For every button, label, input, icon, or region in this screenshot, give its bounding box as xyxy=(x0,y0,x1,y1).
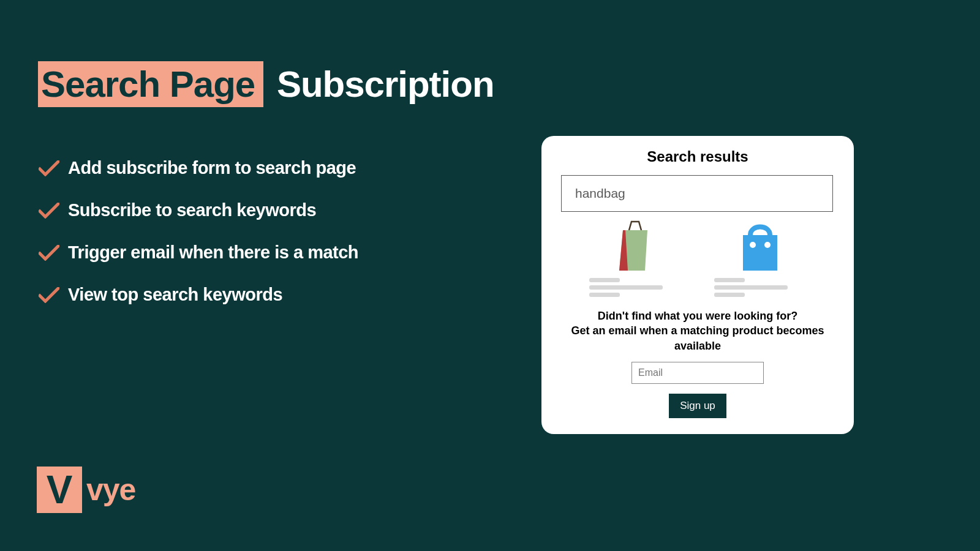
svg-point-1 xyxy=(750,242,756,248)
heading-highlight: Search Page xyxy=(38,61,263,107)
product-skeleton xyxy=(714,278,806,300)
email-input[interactable] xyxy=(631,362,764,384)
feature-text: View top search keywords xyxy=(68,285,282,305)
feature-text: Subscribe to search keywords xyxy=(68,200,316,220)
brand-logo: V vye xyxy=(37,467,135,513)
check-icon xyxy=(39,287,59,303)
feature-text: Trigger email when there is a match xyxy=(68,242,358,263)
feature-item: Trigger email when there is a match xyxy=(39,242,358,263)
svg-point-2 xyxy=(764,242,771,248)
logo-letter: V xyxy=(47,470,73,509)
feature-text: Add subscribe form to search page xyxy=(68,158,356,178)
product-skeleton xyxy=(589,278,681,300)
feature-item: Add subscribe form to search page xyxy=(39,158,358,178)
feature-item: View top search keywords xyxy=(39,285,358,305)
page-heading: Search Page Subscription xyxy=(38,61,494,107)
feature-item: Subscribe to search keywords xyxy=(39,200,358,220)
product-item xyxy=(589,220,681,300)
shopping-bag-icon xyxy=(736,220,785,272)
check-icon xyxy=(39,203,59,219)
heading-rest: Subscription xyxy=(267,64,494,105)
search-results-card: Search results xyxy=(541,136,854,434)
shopping-bag-icon xyxy=(611,220,660,272)
check-icon xyxy=(39,245,59,261)
logo-text: vye xyxy=(86,472,135,508)
product-item xyxy=(714,220,806,300)
products-row xyxy=(559,216,837,302)
search-input[interactable] xyxy=(561,175,833,212)
signup-button[interactable]: Sign up xyxy=(669,394,726,418)
card-cta-text: Didn't find what you were looking for? G… xyxy=(559,309,837,353)
logo-box: V xyxy=(37,467,82,513)
svg-rect-0 xyxy=(743,235,777,271)
card-title: Search results xyxy=(559,148,837,165)
features-list: Add subscribe form to search page Subscr… xyxy=(39,158,358,327)
check-icon xyxy=(39,160,59,176)
